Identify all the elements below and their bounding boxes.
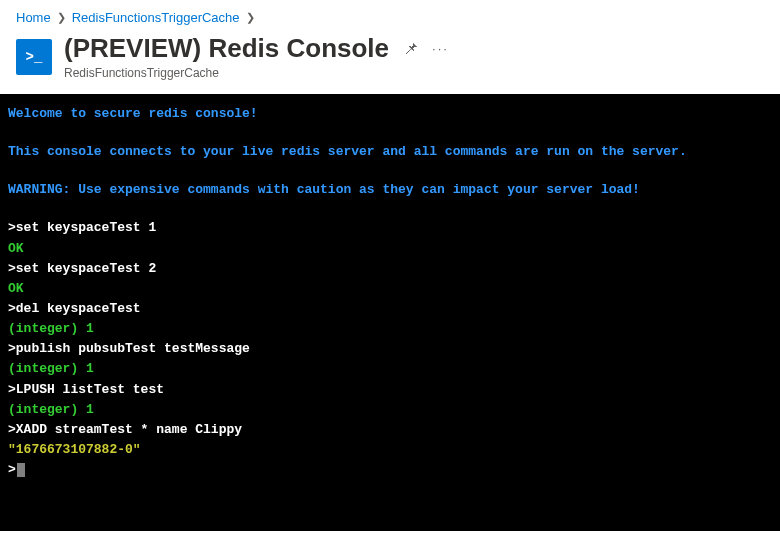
redis-console[interactable]: Welcome to secure redis console! This co…	[0, 94, 780, 531]
breadcrumb-resource[interactable]: RedisFunctionsTriggerCache	[72, 10, 240, 25]
console-response: (integer) 1	[8, 319, 772, 339]
console-command: >LPUSH listTest test	[8, 380, 772, 400]
cursor-icon	[17, 463, 25, 477]
breadcrumb: Home ❯ RedisFunctionsTriggerCache ❯	[16, 10, 764, 25]
console-response: OK	[8, 239, 772, 259]
console-prompt[interactable]: >	[8, 460, 772, 480]
console-service-icon: >_	[16, 39, 52, 75]
console-command: >set keyspaceTest 2	[8, 259, 772, 279]
console-command: >del keyspaceTest	[8, 299, 772, 319]
breadcrumb-home[interactable]: Home	[16, 10, 51, 25]
console-info: This console connects to your live redis…	[8, 142, 772, 162]
chevron-right-icon: ❯	[57, 11, 66, 24]
page-title: (PREVIEW) Redis Console 📌︎ ···	[64, 33, 449, 64]
console-response: (integer) 1	[8, 400, 772, 420]
console-response: OK	[8, 279, 772, 299]
console-response: "1676673107882-0"	[8, 440, 772, 460]
console-output: >set keyspaceTest 1OK>set keyspaceTest 2…	[8, 218, 772, 460]
console-command: >XADD streamTest * name Clippy	[8, 420, 772, 440]
chevron-right-icon: ❯	[246, 11, 255, 24]
more-menu-icon[interactable]: ···	[432, 41, 449, 56]
page-subtitle: RedisFunctionsTriggerCache	[64, 66, 449, 80]
console-warning: WARNING: Use expensive commands with cau…	[8, 180, 772, 200]
header-region: Home ❯ RedisFunctionsTriggerCache ❯ >_ (…	[0, 0, 780, 94]
console-welcome: Welcome to secure redis console!	[8, 104, 772, 124]
console-response: (integer) 1	[8, 359, 772, 379]
console-command: >set keyspaceTest 1	[8, 218, 772, 238]
title-row: >_ (PREVIEW) Redis Console 📌︎ ··· RedisF…	[16, 33, 764, 80]
console-command: >publish pubsubTest testMessage	[8, 339, 772, 359]
pin-icon[interactable]: 📌︎	[403, 40, 418, 57]
